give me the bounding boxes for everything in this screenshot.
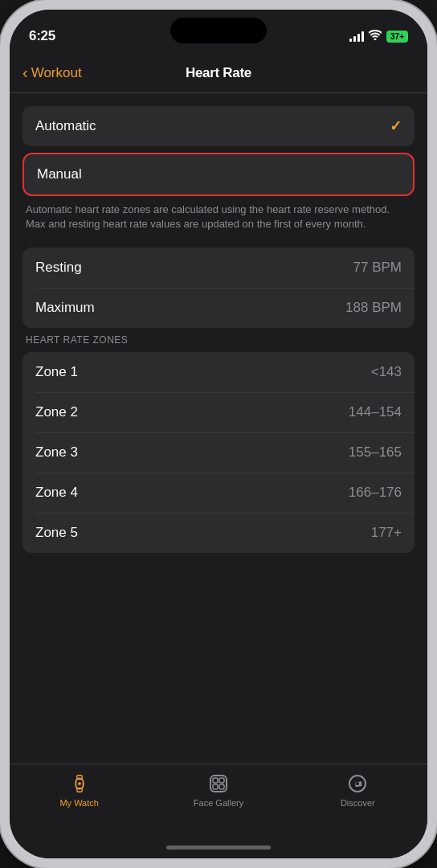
tab-face-gallery-label: Face Gallery: [194, 798, 243, 808]
tab-discover[interactable]: Discover: [288, 772, 427, 808]
signal-bar-3: [357, 34, 360, 42]
svg-rect-6: [219, 778, 224, 783]
back-label: Workout: [31, 65, 82, 81]
navigation-bar: ‹ Workout Heart Rate: [10, 53, 427, 93]
metrics-group: Resting 77 BPM Maximum 188 BPM: [22, 248, 415, 328]
zones-group: Zone 1 <143 Zone 2 144–154 Zone 3 155–16…: [22, 352, 415, 553]
phone-screen: 6:25 37+ ‹ Workout: [10, 10, 427, 858]
signal-bar-1: [349, 39, 352, 42]
zone5-label: Zone 5: [35, 525, 78, 541]
zone2-value: 144–154: [349, 404, 402, 420]
svg-rect-2: [76, 788, 82, 792]
signal-bar-4: [361, 31, 364, 42]
maximum-label: Maximum: [35, 300, 95, 316]
maximum-value: 188 BPM: [345, 300, 402, 316]
home-indicator: [10, 836, 427, 858]
signal-bars-icon: [349, 31, 364, 42]
svg-rect-1: [76, 776, 82, 780]
resting-label: Resting: [35, 260, 82, 276]
zone1-label: Zone 1: [35, 364, 78, 380]
back-button[interactable]: ‹ Workout: [22, 64, 82, 82]
zone2-row[interactable]: Zone 2 144–154: [22, 392, 415, 432]
signal-bar-2: [353, 36, 356, 42]
discover-icon: [346, 772, 369, 795]
automatic-option-group: Automatic ✓: [22, 106, 415, 146]
dynamic-island: [170, 18, 267, 43]
status-bar: 6:25 37+: [10, 10, 427, 53]
tab-my-watch-label: My Watch: [59, 798, 99, 808]
battery-badge: 37+: [386, 31, 408, 43]
resting-value: 77 BPM: [353, 260, 402, 276]
status-time: 6:25: [29, 28, 55, 44]
zone1-row[interactable]: Zone 1 <143: [22, 352, 415, 392]
phone-frame: 6:25 37+ ‹ Workout: [0, 0, 437, 868]
page-title: Heart Rate: [186, 65, 251, 81]
zone5-value: 177+: [371, 525, 402, 541]
zone1-value: <143: [371, 364, 402, 380]
zone4-value: 166–176: [349, 485, 402, 501]
svg-point-3: [78, 782, 81, 785]
description-text: Automatic heart rate zones are calculate…: [22, 203, 415, 231]
zone2-label: Zone 2: [35, 404, 78, 420]
manual-option-group: Manual: [22, 153, 415, 196]
tab-discover-label: Discover: [341, 798, 375, 808]
zone5-row[interactable]: Zone 5 177+: [22, 513, 415, 553]
checkmark-icon: ✓: [390, 117, 402, 135]
svg-rect-5: [213, 778, 218, 783]
manual-row[interactable]: Manual: [24, 154, 413, 194]
wifi-icon: [369, 30, 382, 43]
face-gallery-icon: [207, 772, 230, 795]
zones-section-header: HEART RATE ZONES: [22, 334, 415, 346]
tab-bar: My Watch Face Gallery: [10, 764, 427, 836]
svg-rect-7: [213, 784, 218, 789]
automatic-row[interactable]: Automatic ✓: [22, 106, 415, 146]
back-chevron-icon: ‹: [22, 63, 28, 82]
home-bar: [166, 845, 271, 850]
automatic-label: Automatic: [35, 118, 96, 134]
content-area: Automatic ✓ Manual Automatic heart rate …: [10, 93, 427, 764]
watch-icon: [68, 772, 91, 795]
zone3-label: Zone 3: [35, 444, 78, 461]
tab-my-watch[interactable]: My Watch: [10, 772, 149, 808]
svg-rect-8: [219, 784, 224, 789]
zone3-value: 155–165: [349, 444, 402, 461]
status-icons: 37+: [349, 30, 408, 43]
resting-row[interactable]: Resting 77 BPM: [22, 248, 415, 288]
svg-point-11: [356, 782, 359, 785]
tab-face-gallery[interactable]: Face Gallery: [149, 772, 288, 808]
maximum-row[interactable]: Maximum 188 BPM: [22, 288, 415, 328]
zone4-label: Zone 4: [35, 485, 78, 501]
zone4-row[interactable]: Zone 4 166–176: [22, 473, 415, 513]
zone3-row[interactable]: Zone 3 155–165: [22, 432, 415, 473]
manual-label: Manual: [37, 166, 82, 182]
